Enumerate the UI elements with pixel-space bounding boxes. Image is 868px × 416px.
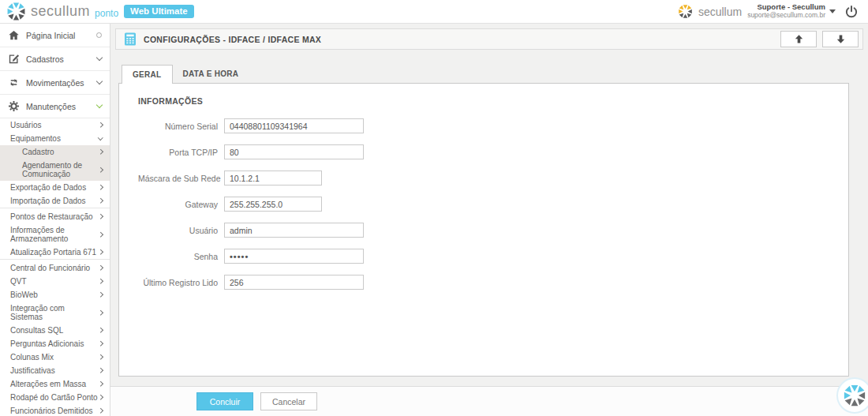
- sidebar-subitem[interactable]: Exportação de Dados: [0, 181, 110, 194]
- chevron-icon: [98, 279, 103, 283]
- sidebar-subitem-label: Rodapé do Cartão Ponto: [10, 392, 99, 403]
- arrow-up-icon: [793, 33, 805, 45]
- field-input[interactable]: [224, 275, 364, 290]
- chevron-icon: [98, 185, 103, 189]
- field-input[interactable]: [224, 171, 322, 186]
- scroll-buttons: [780, 31, 859, 47]
- header-right: secullum Suporte - Secullum suporte@secu…: [678, 3, 859, 20]
- concluir-button[interactable]: Concluir: [196, 392, 253, 410]
- sidebar-subitem-label: Perguntas Adicionais: [10, 339, 99, 349]
- field-label: Usuário: [138, 226, 218, 235]
- cancelar-button[interactable]: Cancelar: [260, 392, 317, 410]
- form-row: Gateway: [138, 197, 848, 212]
- field-input[interactable]: [224, 118, 364, 133]
- brand-name: secullum: [31, 3, 90, 20]
- sidebar-subitem-label: Funcionários Demitidos: [10, 406, 99, 416]
- sidebar-subitem[interactable]: Informações de Armazenamento: [0, 223, 110, 245]
- chevron-icon: [98, 135, 103, 140]
- page-titlebar: CONFIGURAÇÕES - IDFACE / IDFACE MAX: [115, 28, 863, 50]
- sidebar-item-label: Manutenções: [26, 102, 91, 111]
- sidebar-subitem-label: Usuários: [10, 120, 99, 130]
- chevron-icon: [98, 167, 103, 172]
- form-footer: Concluir Cancelar: [110, 386, 868, 416]
- chevron-down-icon: [96, 102, 103, 108]
- scroll-down-button[interactable]: [822, 31, 859, 47]
- form-row: Senha: [138, 249, 848, 264]
- sidebar-subitem[interactable]: Integração com Sistemas: [0, 302, 110, 324]
- sidebar-subitem-label: BioWeb: [10, 290, 99, 300]
- scroll-up-button[interactable]: [780, 31, 817, 47]
- field-input[interactable]: [224, 249, 364, 264]
- field-input[interactable]: [224, 197, 322, 212]
- sidebar-item-cadastros[interactable]: Cadastros: [0, 47, 110, 71]
- sidebar-item-label: Movimentações: [26, 78, 91, 88]
- sidebar-item-label: Cadastros: [26, 54, 91, 64]
- field-input[interactable]: [224, 223, 364, 238]
- sidebar-item-pagina-inicial[interactable]: Página Inicial: [0, 24, 110, 47]
- sidebar-subitem[interactable]: Justificativas: [0, 364, 110, 377]
- chevron-down-icon: [96, 78, 103, 84]
- chevron-icon: [98, 310, 103, 315]
- sidebar-item-label: Página Inicial: [26, 31, 90, 40]
- sidebar-item-movimentacoes[interactable]: Movimentações: [0, 71, 110, 95]
- sidebar-subitem-label: Importação de Dados: [10, 196, 99, 206]
- sidebar-subitem[interactable]: Cadastro: [0, 145, 110, 159]
- sidebar-subitem[interactable]: Perguntas Adicionais: [0, 337, 110, 350]
- secullum-mini-logo-icon: [678, 4, 693, 19]
- field-label: Número Serial: [138, 122, 218, 131]
- sidebar-subitem-label: Atualização Portaria 671: [10, 247, 99, 257]
- sidebar-subitem[interactable]: Colunas Mix: [0, 350, 110, 364]
- brand-product: ponto: [95, 8, 118, 19]
- app-header: secullum ponto Web Ultimate secullum S: [0, 0, 868, 24]
- chevron-icon: [98, 198, 103, 203]
- chevron-icon: [98, 265, 103, 270]
- sidebar-subitem-label: Agendamento de Comunicação: [22, 160, 99, 179]
- field-input[interactable]: [224, 144, 364, 159]
- sidebar-subitem[interactable]: BioWeb: [0, 288, 110, 302]
- chevron-icon: [98, 395, 103, 399]
- chevron-icon: [98, 341, 103, 346]
- sidebar-subitem[interactable]: QVT: [0, 275, 110, 288]
- arrow-down-icon: [835, 33, 847, 45]
- sidebar-subitem[interactable]: Funcionários Demitidos: [0, 404, 110, 416]
- sidebar-subitem[interactable]: Importação de Dados: [0, 194, 110, 208]
- sidebar-subitem[interactable]: Agendamento de Comunicação: [0, 159, 110, 181]
- sidebar-subitem[interactable]: Atualização Portaria 671: [0, 245, 110, 259]
- sidebar-subitem[interactable]: Pontos de Restauração: [0, 208, 110, 223]
- sidebar-subitem-label: Justificativas: [10, 365, 99, 376]
- sidebar-subitem-label: Cadastro: [22, 147, 99, 157]
- manutencoes-submenu: Usuários Equipamentos Cadastro Agendamen…: [0, 118, 110, 416]
- sidebar-subitem[interactable]: Equipamentos: [0, 132, 110, 145]
- sidebar-subitem[interactable]: Central do Funcionário: [0, 259, 110, 275]
- tab-geral[interactable]: GERAL: [122, 65, 173, 84]
- secullum-logo-icon: [6, 2, 26, 21]
- field-label: Máscara de Sub Rede: [138, 174, 218, 183]
- settings-panel: INFORMAÇÕES Número Serial Porta TCP/IP M…: [118, 83, 849, 377]
- chevron-icon: [98, 292, 103, 297]
- sidebar-subitem-label: Informações de Armazenamento: [10, 225, 99, 244]
- sidebar-subitem-label: Alterações em Massa: [10, 379, 99, 389]
- user-menu[interactable]: Suporte - Secullum suporte@secullum.com.…: [747, 3, 836, 20]
- sidebar-subitem-label: Colunas Mix: [10, 352, 99, 362]
- form-row: Usuário: [138, 223, 848, 238]
- tab-data-e-hora[interactable]: DATA E HORA: [173, 65, 249, 83]
- sidebar-subitem-label: Equipamentos: [10, 133, 99, 144]
- sidebar-subitem[interactable]: Rodapé do Cartão Ponto: [0, 391, 110, 404]
- page-title: CONFIGURAÇÕES - IDFACE / IDFACE MAX: [144, 35, 321, 44]
- sidebar-subitem[interactable]: Alterações em Massa: [0, 377, 110, 391]
- sidebar-item-manutencoes[interactable]: Manutenções: [0, 95, 110, 118]
- sidebar-subitem[interactable]: Consultas SQL: [0, 324, 110, 337]
- field-label: Senha: [138, 252, 218, 261]
- power-icon: [844, 5, 859, 19]
- sidebar-subitem-label: Exportação de Dados: [10, 182, 99, 193]
- sidebar-subitem-label: Pontos de Restauração: [10, 212, 99, 222]
- device-config-icon: [124, 32, 137, 46]
- field-label: Gateway: [138, 200, 218, 209]
- edit-icon: [8, 53, 20, 65]
- home-icon: [8, 29, 20, 41]
- brand-name-small: secullum: [698, 6, 742, 18]
- repeat-icon: [8, 77, 20, 88]
- sidebar-subitem[interactable]: Usuários: [0, 118, 110, 132]
- logout-power-button[interactable]: [844, 5, 859, 19]
- tab-bar: GERAL DATA E HORA: [122, 65, 868, 83]
